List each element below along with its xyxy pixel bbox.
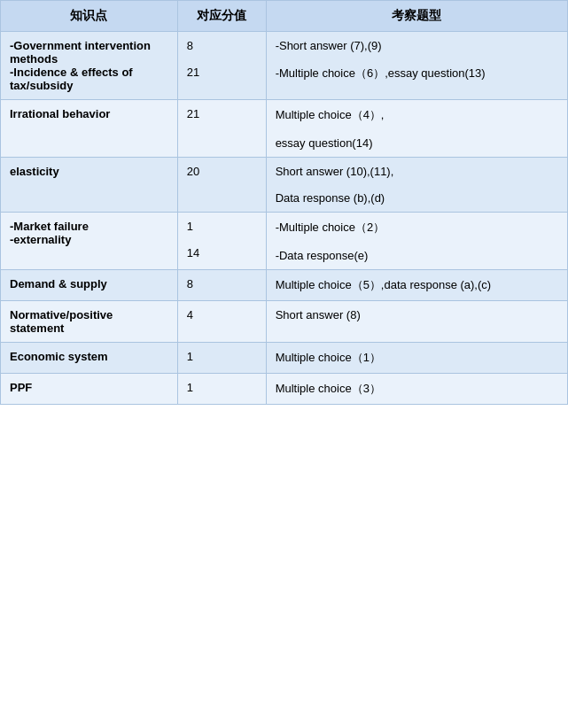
cell-qtype: Multiple choice（5）,data response (a),(c) (266, 270, 567, 301)
table-row: -Government intervention methods-Inciden… (1, 32, 568, 100)
table-row: -Market failure-externality114-Multiple … (1, 213, 568, 270)
cell-score: 8 (177, 270, 266, 301)
cell-qtype: Multiple choice（4）,essay question(14) (266, 100, 567, 158)
cell-score: 1 (177, 343, 266, 374)
cell-qtype: Multiple choice（3） (266, 374, 567, 405)
cell-score: 20 (177, 158, 266, 213)
cell-knowledge: Economic system (1, 343, 178, 374)
header-score: 对应分值 (177, 1, 266, 32)
header-qtype: 考察题型 (266, 1, 567, 32)
cell-knowledge: Normative/positive statement (1, 301, 178, 343)
cell-score: 821 (177, 32, 266, 100)
cell-qtype: Short answer (10),(11),Data response (b)… (266, 158, 567, 213)
cell-knowledge: -Government intervention methods-Inciden… (1, 32, 178, 100)
cell-qtype: Short answer (8) (266, 301, 567, 343)
table-row: Irrational behavior21Multiple choice（4）,… (1, 100, 568, 158)
cell-score: 114 (177, 213, 266, 270)
cell-knowledge: elasticity (1, 158, 178, 213)
table-row: Demand & supply8Multiple choice（5）,data … (1, 270, 568, 301)
table-row: elasticity20Short answer (10),(11),Data … (1, 158, 568, 213)
header-knowledge: 知识点 (1, 1, 178, 32)
table-header-row: 知识点 对应分值 考察题型 (1, 1, 568, 32)
table-row: PPF1Multiple choice（3） (1, 374, 568, 405)
cell-qtype: -Short answer (7),(9)-Multiple choice（6）… (266, 32, 567, 100)
knowledge-table: 知识点 对应分值 考察题型 -Government intervention m… (0, 0, 568, 405)
cell-knowledge: PPF (1, 374, 178, 405)
cell-score: 4 (177, 301, 266, 343)
cell-knowledge: -Market failure-externality (1, 213, 178, 270)
cell-qtype: -Multiple choice（2）-Data response(e) (266, 213, 567, 270)
cell-score: 21 (177, 100, 266, 158)
table-row: Economic system1Multiple choice（1） (1, 343, 568, 374)
table-row: Normative/positive statement4Short answe… (1, 301, 568, 343)
cell-knowledge: Demand & supply (1, 270, 178, 301)
cell-score: 1 (177, 374, 266, 405)
cell-knowledge: Irrational behavior (1, 100, 178, 158)
cell-qtype: Multiple choice（1） (266, 343, 567, 374)
